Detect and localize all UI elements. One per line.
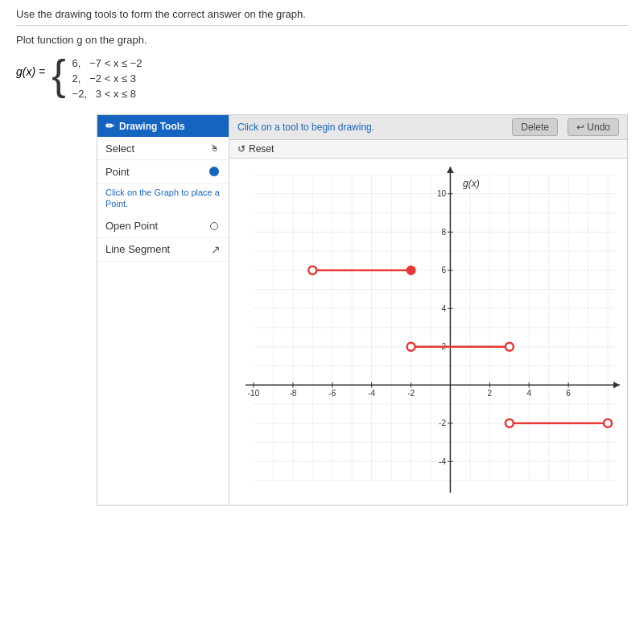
- piecewise-cases: 6, −7 < x ≤ −2 2, −2 < x ≤ 3 −2, 3 < x ≤…: [72, 54, 142, 100]
- problem-text: Plot function g on the graph.: [16, 34, 628, 46]
- open-point-seg1-left: [308, 266, 316, 275]
- reset-button[interactable]: ↺ Reset: [237, 143, 274, 155]
- open-point-tool-label: Open Point: [105, 220, 158, 232]
- line-segment-tool-label: Line Segment: [105, 243, 170, 255]
- reset-row: ↺ Reset: [229, 140, 628, 159]
- main-area: ✏ Drawing Tools Select 🖱 Point Click on …: [97, 114, 628, 506]
- piecewise-label: g(x) =: [16, 54, 45, 78]
- delete-button[interactable]: Delete: [512, 118, 558, 136]
- svg-text:-6: -6: [328, 389, 336, 398]
- y-axis-label: g(x): [463, 178, 480, 189]
- piecewise-case-1: 6, −7 < x ≤ −2: [72, 57, 142, 69]
- page-container: Use the drawing tools to form the correc…: [0, 0, 644, 644]
- graph-canvas[interactable]: -10 -8 -6 -4 -2 2 4: [229, 159, 628, 506]
- toolbar-row: Click on a tool to begin drawing. Delete…: [229, 114, 628, 140]
- select-tool-label: Select: [105, 142, 134, 155]
- undo-button[interactable]: ↩ Undo: [568, 118, 619, 136]
- line-segment-tool[interactable]: Line Segment ↗: [97, 238, 229, 262]
- dot-icon: [208, 165, 221, 178]
- drawing-tools-header: ✏ Drawing Tools: [97, 115, 229, 137]
- svg-text:-10: -10: [248, 389, 260, 398]
- open-point-seg3-right: [604, 419, 612, 427]
- svg-text:2: 2: [488, 389, 493, 398]
- graph-area: Click on a tool to begin drawing. Delete…: [229, 114, 628, 506]
- svg-text:6: 6: [441, 266, 446, 275]
- pencil-icon: ✏: [105, 120, 114, 132]
- svg-text:10: 10: [437, 189, 447, 198]
- svg-text:4: 4: [441, 304, 446, 313]
- segment-icon: ↗: [211, 243, 221, 256]
- point-tool[interactable]: Point: [97, 160, 229, 184]
- piecewise-case-2: 2, −2 < x ≤ 3: [72, 72, 142, 85]
- svg-text:-4: -4: [439, 457, 446, 466]
- svg-text:8: 8: [441, 228, 446, 237]
- graph-svg[interactable]: -10 -8 -6 -4 -2 2 4: [229, 159, 624, 505]
- piecewise-case-3: −2, 3 < x ≤ 8: [72, 88, 142, 100]
- point-tool-label: Point: [105, 166, 130, 178]
- svg-text:-2: -2: [439, 419, 446, 427]
- brace-symbol: {: [52, 54, 65, 96]
- piecewise-container: g(x) = { 6, −7 < x ≤ −2 2, −2 < x ≤ 3 −2…: [16, 54, 628, 100]
- svg-rect-0: [229, 159, 624, 505]
- toolbar-hint: Click on a tool to begin drawing.: [237, 122, 502, 133]
- point-tool-description: Click on the Graph to place a Point.: [97, 184, 229, 215]
- open-point-tool[interactable]: Open Point: [97, 215, 229, 238]
- svg-text:-8: -8: [289, 389, 296, 398]
- cursor-icon: 🖱: [208, 142, 221, 155]
- drawing-tools-panel: ✏ Drawing Tools Select 🖱 Point Click on …: [97, 114, 229, 506]
- svg-text:-4: -4: [368, 389, 375, 398]
- select-tool[interactable]: Select 🖱: [97, 137, 229, 160]
- open-point-seg2-right: [506, 343, 514, 351]
- open-point-seg3-left: [506, 419, 514, 427]
- open-point-seg2-left: [407, 343, 415, 351]
- svg-text:-2: -2: [407, 389, 415, 398]
- open-circle-icon: [208, 220, 221, 233]
- svg-text:6: 6: [566, 389, 571, 398]
- closed-point-seg1-right: [407, 266, 415, 275]
- reset-icon: ↺: [237, 143, 246, 155]
- svg-text:4: 4: [526, 389, 531, 398]
- top-instruction: Use the drawing tools to form the correc…: [16, 8, 628, 26]
